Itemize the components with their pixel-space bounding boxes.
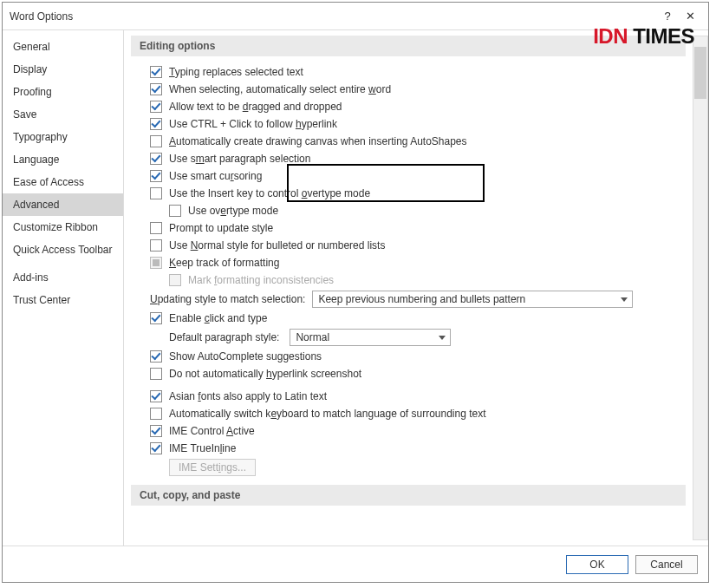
checkbox-icon[interactable]	[150, 239, 162, 252]
checkbox-icon[interactable]	[150, 153, 162, 165]
opt-when-selecting[interactable]: When selecting, automatically select ent…	[150, 81, 679, 98]
dialog-footer: OK Cancel	[3, 546, 708, 582]
sidebar-item-proofing[interactable]: Proofing	[3, 81, 123, 103]
checkbox-icon[interactable]	[169, 205, 181, 217]
section-cut-copy-paste: Cut, copy, and paste	[131, 485, 686, 506]
opt-mark-formatting-inconsistencies: Mark formatting inconsistencies	[150, 271, 679, 289]
main-panel: Editing options Typing replaces selected…	[124, 30, 708, 546]
cancel-button[interactable]: Cancel	[635, 555, 698, 574]
opt-auto-switch-keyboard[interactable]: Automatically switch keyboard to match l…	[150, 405, 679, 422]
section-editing-options: Editing options	[131, 36, 686, 56]
updating-style-select[interactable]: Keep previous numbering and bullets patt…	[312, 291, 633, 308]
dialog-body: General Display Proofing Save Typography…	[3, 30, 708, 546]
opt-prompt-update-style[interactable]: Prompt to update style	[150, 219, 679, 237]
default-paragraph-select[interactable]: Normal	[290, 329, 451, 346]
opt-asian-fonts-latin[interactable]: Asian fonts also apply to Latin text	[150, 388, 679, 405]
scrollbar-thumb[interactable]	[694, 47, 706, 99]
checkbox-icon[interactable]	[150, 368, 162, 380]
opt-smart-cursoring[interactable]: Use smart cursoring	[150, 167, 679, 185]
checkbox-icon[interactable]	[150, 312, 162, 324]
checkbox-icon[interactable]	[150, 350, 162, 363]
checkbox-icon[interactable]	[150, 390, 162, 402]
sidebar-item-customize-ribbon[interactable]: Customize Ribbon	[3, 216, 123, 238]
checkbox-icon[interactable]	[150, 170, 162, 182]
opt-ctrl-click[interactable]: Use CTRL + Click to follow hyperlink	[150, 115, 679, 133]
help-icon[interactable]: ?	[656, 10, 679, 23]
opt-ime-trueinline[interactable]: IME TrueInline	[150, 440, 679, 457]
sidebar-item-add-ins[interactable]: Add-ins	[3, 266, 123, 289]
opt-allow-drag[interactable]: Allow text to be dragged and dropped	[150, 98, 679, 115]
titlebar: Word Options ? ✕	[3, 3, 708, 30]
sidebar-item-ease-of-access[interactable]: Ease of Access	[3, 171, 123, 193]
sidebar-item-trust-center[interactable]: Trust Center	[3, 289, 123, 311]
checkbox-icon[interactable]	[150, 83, 162, 95]
window-title: Word Options	[10, 10, 656, 23]
opt-ime-settings: IME Settings...	[150, 457, 679, 478]
checkbox-icon[interactable]	[150, 442, 162, 454]
opt-updating-style-selection: Updating style to match selection: Keep …	[150, 289, 679, 310]
sidebar-item-typography[interactable]: Typography	[3, 126, 123, 148]
opt-default-paragraph-style: Default paragraph style: Normal	[150, 327, 679, 348]
opt-keep-track-formatting[interactable]: Keep track of formatting	[150, 254, 679, 271]
ime-settings-button: IME Settings...	[169, 459, 256, 476]
sidebar: General Display Proofing Save Typography…	[3, 30, 124, 546]
checkbox-icon[interactable]	[150, 187, 162, 199]
checkbox-icon[interactable]	[150, 66, 162, 78]
ok-button[interactable]: OK	[566, 555, 628, 574]
sidebar-item-advanced[interactable]: Advanced	[3, 193, 123, 216]
checkbox-icon[interactable]	[150, 118, 162, 130]
checkbox-icon[interactable]	[150, 408, 162, 420]
opt-show-autocomplete[interactable]: Show AutoComplete suggestions	[150, 348, 679, 365]
opt-no-auto-hyperlink[interactable]: Do not automatically hyperlink screensho…	[150, 365, 679, 382]
opt-typing-replaces[interactable]: Typing replaces selected text	[150, 63, 679, 81]
sidebar-item-general[interactable]: General	[3, 36, 123, 58]
sidebar-item-save[interactable]: Save	[3, 103, 123, 126]
scrollbar[interactable]	[693, 36, 708, 540]
checkbox-icon[interactable]	[150, 425, 162, 437]
sidebar-item-display[interactable]: Display	[3, 58, 123, 81]
editing-options-group: Typing replaces selected text When selec…	[131, 62, 686, 485]
opt-insert-key[interactable]: Use the Insert key to control overtype m…	[150, 185, 679, 202]
sidebar-item-language[interactable]: Language	[3, 148, 123, 171]
close-icon[interactable]: ✕	[679, 10, 701, 23]
opt-auto-canvas[interactable]: Automatically create drawing canvas when…	[150, 133, 679, 150]
checkbox-icon[interactable]	[150, 257, 162, 269]
sidebar-item-quick-access-toolbar[interactable]: Quick Access Toolbar	[3, 238, 123, 261]
checkbox-icon[interactable]	[150, 101, 162, 113]
checkbox-icon[interactable]	[150, 135, 162, 147]
opt-smart-paragraph[interactable]: Use smart paragraph selection	[150, 150, 679, 167]
opt-enable-click-type[interactable]: Enable click and type	[150, 310, 679, 327]
opt-overtype[interactable]: Use overtype mode	[150, 202, 679, 219]
opt-use-normal-style[interactable]: Use Normal style for bulleted or numbere…	[150, 237, 679, 254]
checkbox-icon[interactable]	[150, 222, 162, 234]
checkbox-icon	[169, 274, 181, 286]
opt-ime-control-active[interactable]: IME Control Active	[150, 422, 679, 440]
word-options-dialog: Word Options ? ✕ General Display Proofin…	[2, 2, 709, 583]
